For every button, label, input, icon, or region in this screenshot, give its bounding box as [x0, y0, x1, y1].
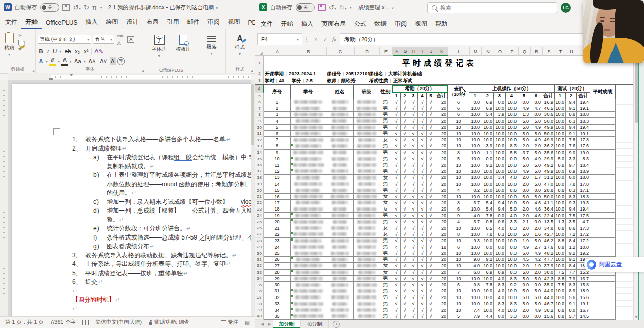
cell-lab-score[interactable]: 5.4 [481, 200, 494, 206]
cell-lab-total[interactable]: 48.2 [542, 250, 555, 256]
cell-seq[interactable]: 29 [264, 276, 291, 282]
row-header[interactable]: 5 [255, 93, 264, 99]
subscript-icon[interactable]: x₂ [74, 48, 81, 55]
grow-font-icon[interactable]: A˄ [87, 57, 97, 65]
cell-lab-score[interactable]: 10.0 [469, 231, 481, 237]
cell-final-score[interactable] [590, 225, 616, 231]
cell-lab-score[interactable]: 10.0 [469, 301, 481, 307]
cell-attendance[interactable]: √ [427, 282, 435, 288]
cell-performance[interactable]: 10 [448, 162, 469, 168]
strikethrough-icon[interactable]: ab [63, 48, 72, 55]
cell-test-score[interactable]: 3.3 [566, 156, 577, 162]
cell-lab-total[interactable]: 35.0 [542, 282, 555, 288]
cell-lab-score[interactable]: 5.0 [530, 181, 542, 187]
cell-performance[interactable]: 10 [448, 225, 469, 231]
cell-lab-score[interactable]: 5.0 [530, 168, 542, 174]
cell-final-score[interactable] [590, 112, 616, 118]
cell-attendance[interactable]: √ [418, 213, 427, 219]
cell-attendance[interactable]: √ [392, 105, 401, 111]
cell-test-score[interactable]: 7.2 [566, 231, 577, 237]
cell-test-total[interactable]: 18.3 [577, 118, 590, 124]
cell-student-id[interactable] [291, 194, 326, 200]
cell-lab-score[interactable]: 1.9 [518, 238, 530, 244]
cell-lab-score[interactable]: 5.0 [518, 270, 530, 276]
cell-student-id[interactable] [291, 156, 326, 162]
cell-seq[interactable]: 34 [264, 307, 291, 313]
cell-attendance[interactable]: √ [427, 288, 435, 294]
cell-attendance[interactable]: √ [427, 200, 435, 206]
cell-attendance[interactable]: √ [392, 99, 401, 105]
cell-attendance-total[interactable]: 20 [435, 294, 448, 301]
cell-attendance[interactable]: √ [409, 263, 418, 269]
cell-test-score[interactable]: 8.8 [555, 238, 566, 244]
cell-attendance[interactable]: √ [401, 263, 409, 269]
cell-lab-total[interactable]: 42.7 [542, 231, 555, 237]
cell-attendance-total[interactable]: 20 [435, 270, 448, 276]
empty-grid-area[interactable] [616, 99, 634, 320]
cell-name[interactable] [326, 219, 354, 225]
cell-test-total[interactable]: 19.3 [577, 200, 590, 206]
cell-lab-total[interactable]: 22.4 [542, 213, 555, 219]
cell-lab-score[interactable]: 4.2 [530, 257, 542, 263]
cell-lab-score[interactable]: 10.0 [469, 137, 481, 143]
cell-lab-score[interactable]: 10.0 [506, 118, 518, 124]
cell-lab-score[interactable]: 10.0 [481, 137, 494, 143]
read-mode-icon[interactable]: ▤ [245, 319, 250, 325]
cell-attendance[interactable]: √ [418, 282, 427, 288]
cell-final-score[interactable] [590, 288, 616, 294]
cell-test-score[interactable]: 5.7 [566, 313, 577, 319]
cell-lab-score[interactable]: 0.0 [506, 244, 518, 250]
row-header[interactable]: 26 [255, 225, 264, 231]
cell-test-score[interactable]: 8.6 [566, 225, 577, 231]
cell-lab-total[interactable]: 46.7 [542, 301, 555, 307]
cell-attendance-total[interactable]: 20 [435, 238, 448, 244]
cell-lab-score[interactable]: 10.0 [481, 175, 494, 181]
cell-seq[interactable]: 26 [264, 257, 291, 263]
cell-lab-score[interactable]: 10.0 [481, 263, 494, 269]
word-menu-tab[interactable]: 插入 [81, 15, 102, 29]
scrollbar-thumb[interactable] [635, 56, 638, 123]
add-sheet-button[interactable]: + [333, 321, 340, 328]
cell-lab-score[interactable]: 0.0 [530, 282, 542, 288]
cell-attendance[interactable]: √ [401, 276, 409, 282]
sheet-prev-icon[interactable]: ◀ [259, 322, 266, 326]
table-header-cell[interactable]: 6 [530, 93, 542, 99]
cell-test-total[interactable]: 18.8 [577, 112, 590, 118]
cell-lab-score[interactable]: 4.9 [530, 250, 542, 256]
cell-attendance-total[interactable]: 20 [435, 200, 448, 206]
text-effect-color-icon[interactable]: A [38, 57, 44, 65]
col-header[interactable]: L [448, 47, 470, 56]
character-border-icon[interactable]: A [127, 36, 134, 43]
cell-lab-total[interactable]: 49.9 [542, 125, 555, 131]
table-header-cell[interactable]: 班级 [354, 85, 379, 99]
cell-lab-score[interactable]: 10.0 [481, 187, 494, 193]
save-icon[interactable] [318, 4, 326, 11]
cell-lab-score[interactable]: 5.0 [530, 276, 542, 282]
cell-test-score[interactable]: 9.4 [566, 125, 577, 131]
cell-lab-score[interactable]: 5.0 [530, 301, 542, 307]
cell-lab-total[interactable]: 36.2 [542, 143, 555, 150]
autosave-toggle[interactable]: 关 [40, 3, 59, 12]
cell-student-id[interactable] [291, 125, 326, 131]
cell-lab-score[interactable]: 4.0 [469, 263, 481, 269]
cell-gender[interactable]: 女 [379, 206, 392, 213]
cell-lab-score[interactable]: 10.0 [481, 238, 494, 244]
cell-gender[interactable]: 女 [379, 270, 392, 276]
cell-final-score[interactable] [590, 313, 616, 319]
cell-test-score[interactable]: 8.8 [555, 162, 566, 168]
cell-attendance[interactable]: √ [427, 238, 435, 244]
cell-test-score[interactable]: 5.6 [566, 294, 577, 301]
cell-attendance[interactable]: √ [409, 181, 418, 187]
cell-class[interactable] [354, 181, 379, 187]
cell-lab-total[interactable]: 49.9 [542, 137, 555, 143]
cell-name[interactable] [326, 131, 354, 137]
cell-attendance[interactable]: √ [427, 250, 435, 256]
cell-student-id[interactable] [291, 187, 326, 193]
cell-test-score[interactable]: 8.0 [566, 175, 577, 181]
cell-performance[interactable]: 10 [448, 307, 469, 313]
cell-lab-score[interactable]: 10.0 [481, 194, 494, 200]
col-header[interactable]: A [264, 47, 291, 56]
cell-test-total[interactable]: 19.4 [577, 99, 590, 105]
col-header[interactable]: K [436, 47, 448, 56]
page-indicator[interactable]: 第 1 页，共 1 页 [5, 319, 44, 326]
